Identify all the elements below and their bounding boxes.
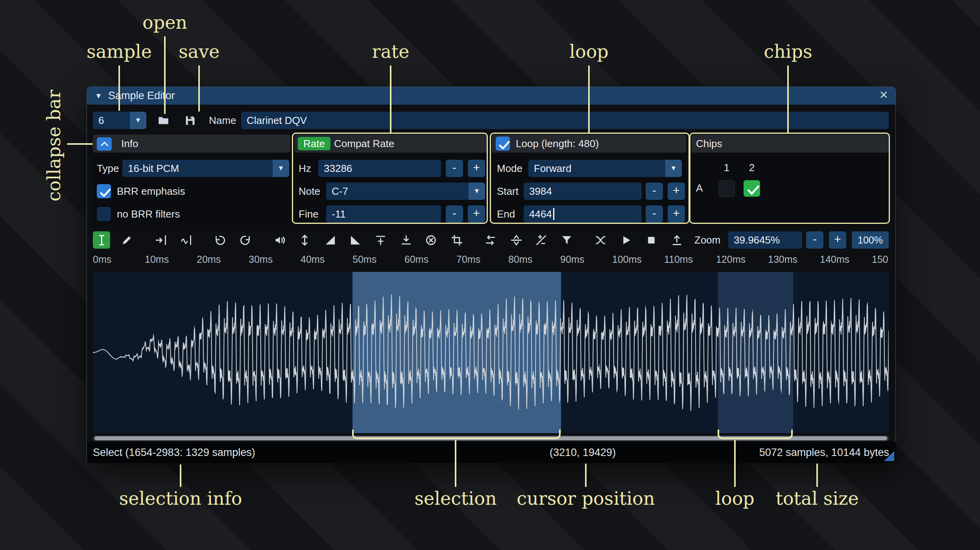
filter-button[interactable]: [558, 231, 575, 249]
zoom-label: Zoom: [694, 231, 720, 249]
folder-icon: [157, 114, 170, 127]
zoom-value-input[interactable]: 39.9645%: [728, 231, 802, 249]
annotation-sample: sample: [87, 41, 152, 62]
draw-tool-button[interactable]: [118, 231, 135, 249]
annotation-open: open: [142, 12, 187, 33]
zoom-in-button[interactable]: +: [829, 231, 846, 249]
sample-selector-value: 6: [98, 114, 104, 126]
annotation-line-loop-top: [588, 65, 590, 133]
sample-selector[interactable]: 6 ▼: [93, 112, 146, 129]
annotation-line-save: [198, 65, 200, 112]
annotation-box-chips: [689, 133, 890, 224]
delete-button[interactable]: [422, 231, 439, 249]
window-collapse-icon[interactable]: ▼: [95, 87, 102, 105]
timeline-label: 140ms: [820, 254, 849, 265]
select-tool-button[interactable]: [93, 231, 110, 249]
total-size-text: 5072 samples, 10144 bytes: [759, 442, 889, 463]
annotation-bracket-selection: [352, 430, 561, 439]
annotation-line-selection: [455, 440, 456, 487]
timeline-label: 70ms: [456, 254, 480, 265]
annotation-line-open: [164, 36, 166, 114]
cursor-position-text: (3210, 19429): [550, 442, 616, 463]
status-bar: Select (1654-2983: 1329 samples) (3210, …: [87, 442, 896, 463]
resize-button[interactable]: [152, 231, 170, 249]
trim-button[interactable]: [448, 231, 465, 249]
annotation-line-collapse-bar: [67, 143, 93, 145]
selection-info-text: Select (1654-2983: 1329 samples): [93, 442, 255, 463]
annotation-rate: rate: [372, 41, 409, 62]
type-label: Type: [97, 160, 119, 177]
crossfade-loop-button[interactable]: [592, 231, 609, 249]
redo-button[interactable]: [237, 231, 254, 249]
timeline-label: 0ms: [93, 254, 111, 265]
annotation-loop-bottom: loop: [715, 488, 755, 509]
annotation-collapse-bar: collapse bar: [43, 90, 65, 201]
normalize-button[interactable]: [296, 231, 313, 249]
timeline-label: 120ms: [716, 254, 746, 265]
sample-name-input[interactable]: Clarinet DQV: [241, 112, 889, 129]
create-instrument-button[interactable]: [668, 231, 685, 249]
insert-silence-button[interactable]: [372, 231, 389, 249]
titlebar[interactable]: ▼ Sample Editor ✕: [87, 87, 895, 105]
annotation-selection: selection: [414, 488, 496, 509]
chevron-down-icon[interactable]: ▼: [273, 160, 289, 177]
sign-button[interactable]: [532, 231, 550, 249]
preview-button[interactable]: [617, 231, 635, 249]
brr-emphasis-checkbox[interactable]: [97, 184, 111, 198]
timeline: 0ms10ms20ms30ms40ms50ms60ms70ms80ms90ms1…: [93, 251, 889, 269]
zoom-out-button[interactable]: -: [806, 231, 823, 249]
stop-preview-button[interactable]: [642, 231, 660, 249]
apply-silence-button[interactable]: [397, 231, 415, 249]
desktop-background: ▼ Sample Editor ✕ 6 ▼ Name Clarinet DQV …: [0, 0, 980, 550]
fade-in-button[interactable]: [321, 231, 339, 249]
waveform-canvas[interactable]: [93, 272, 889, 433]
collapse-info-button[interactable]: [97, 137, 112, 151]
chevron-down-icon[interactable]: ▼: [130, 112, 146, 129]
annotation-line-selection-info: [180, 464, 181, 487]
no-brr-filters-label: no BRR filters: [117, 205, 180, 223]
annotation-line-rate: [390, 65, 391, 133]
timeline-label: 150ms: [872, 254, 889, 265]
invert-button[interactable]: [508, 231, 525, 249]
annotation-line-sample: [118, 65, 120, 111]
waveform-view[interactable]: [93, 272, 889, 433]
annotation-box-loop: [490, 133, 690, 224]
resample-button[interactable]: [177, 231, 195, 249]
annotation-cursor-position: cursor position: [517, 488, 655, 509]
annotation-chips: chips: [764, 41, 812, 62]
fade-out-button[interactable]: [347, 231, 364, 249]
undo-button[interactable]: [211, 231, 228, 249]
annotation-selection-info: selection info: [119, 488, 242, 509]
timeline-label: 40ms: [301, 254, 325, 265]
timeline-label: 90ms: [560, 254, 584, 265]
timeline-label: 80ms: [508, 254, 532, 265]
timeline-label: 100ms: [612, 254, 642, 265]
save-sample-button[interactable]: [181, 112, 199, 129]
floppy-icon: [184, 114, 196, 127]
window-resize-grip[interactable]: [884, 451, 894, 461]
timeline-label: 60ms: [404, 254, 428, 265]
timeline-label: 50ms: [353, 254, 376, 265]
annotation-line-chips: [787, 65, 789, 133]
open-sample-button[interactable]: [155, 112, 172, 129]
reverse-button[interactable]: [482, 231, 499, 249]
annotation-bracket-loop: [718, 430, 793, 439]
name-label: Name: [209, 112, 236, 129]
timeline-label: 20ms: [197, 254, 221, 265]
timeline-label: 30ms: [249, 254, 273, 265]
amplify-button[interactable]: [271, 231, 288, 249]
timeline-label: 130ms: [768, 254, 797, 265]
annotation-line-cursor-position: [585, 463, 587, 487]
timeline-label: 10ms: [145, 254, 169, 265]
sample-type-combo[interactable]: 16-bit PCM ▼: [122, 160, 289, 177]
close-icon[interactable]: ✕: [879, 87, 888, 105]
annotation-line-loop-bottom: [734, 440, 736, 487]
no-brr-filters-checkbox[interactable]: [97, 207, 111, 221]
annotation-save: save: [179, 41, 220, 62]
zoom-reset-button[interactable]: 100%: [852, 231, 889, 249]
annotation-box-rate: [292, 133, 488, 224]
annotation-total-size: total size: [775, 488, 858, 509]
timeline-label: 110ms: [664, 254, 693, 265]
annotation-loop-top: loop: [569, 41, 609, 62]
brr-emphasis-label: BRR emphasis: [117, 183, 185, 200]
